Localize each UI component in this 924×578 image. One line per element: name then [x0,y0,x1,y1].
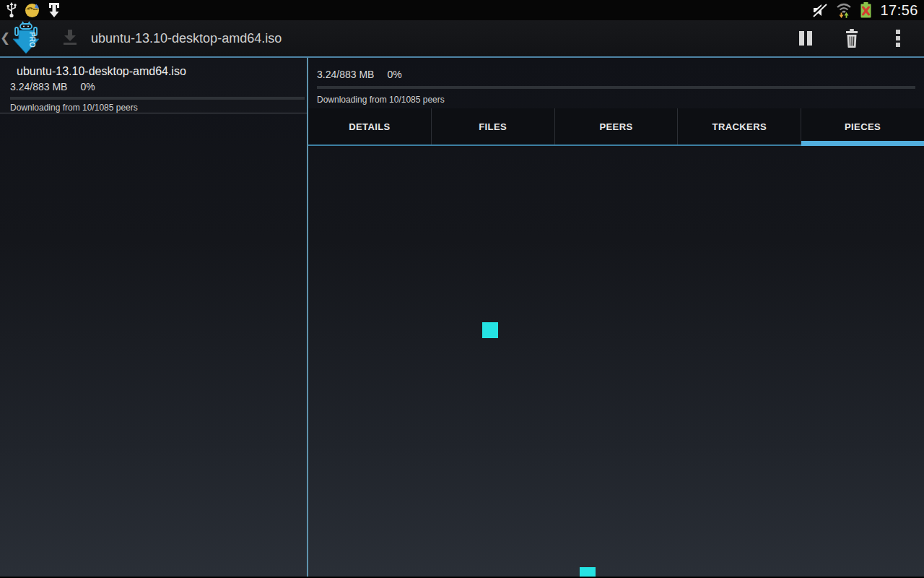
detail-size-text: 3.24/883 MB [317,69,374,80]
torrent-list-panel: ubuntu-13.10-desktop-amd64.iso 3.24/883 … [0,58,308,577]
usb-icon [6,2,17,18]
tab-pieces[interactable]: PIECES [801,108,924,144]
detail-tab-strip: DETAILS FILES PEERS TRACKERS PIECES [308,108,924,146]
content-area: ubuntu-13.10-desktop-amd64.iso 3.24/883 … [0,58,924,577]
detail-progress-bar [317,86,915,89]
action-bar-title: ubuntu-13.10-desktop-amd64.iso [91,31,282,46]
usb-debugging-icon [47,2,61,18]
tab-peers[interactable]: PEERS [554,108,678,144]
torrent-percent-text: 0% [80,81,95,92]
piece-downloaded [482,322,498,338]
battery-unknown-icon [860,1,872,19]
torrent-status-text: Downloading from 10/1085 peers [10,102,305,114]
mute-icon [811,1,828,19]
app-icon[interactable]: PRO [10,21,42,56]
detail-status-text: Downloading from 10/1085 peers [317,94,915,105]
torrent-size-progress: 3.24/883 MB0% [10,79,305,94]
tab-trackers[interactable]: TRACKERS [677,108,801,144]
torrent-size-text: 3.24/883 MB [10,81,67,92]
tab-files[interactable]: FILES [431,108,554,144]
piece-downloaded [580,567,596,577]
pause-button[interactable] [783,20,829,57]
action-bar: ❮ PRO ubuntu-13.10-desktop-amd64.iso [0,20,924,58]
app-badge-pro: PRO [28,32,36,48]
torrent-name: ubuntu-13.10-desktop-amd64.iso [10,64,305,79]
back-button[interactable]: ❮ [0,20,10,57]
download-indicator-icon [61,27,79,49]
torrent-detail-panel: 3.24/883 MB0% Downloading from 10/1085 p… [308,58,924,577]
tab-details[interactable]: DETAILS [308,108,431,144]
pieces-map [308,146,924,577]
wifi-traffic-icon [834,1,853,19]
delete-button[interactable] [829,20,875,57]
torrent-list-item[interactable]: ubuntu-13.10-desktop-amd64.iso 3.24/883 … [0,58,307,113]
torrent-progress-bar [10,97,305,100]
detail-size-progress: 3.24/883 MB0% [317,68,915,81]
app-notification-icon [25,3,40,18]
detail-header: 3.24/883 MB0% Downloading from 10/1085 p… [308,58,924,108]
detail-percent-text: 0% [387,69,401,80]
status-bar: 17:56 [0,0,924,20]
overflow-menu-button[interactable] [875,20,921,57]
clock: 17:56 [879,2,918,19]
